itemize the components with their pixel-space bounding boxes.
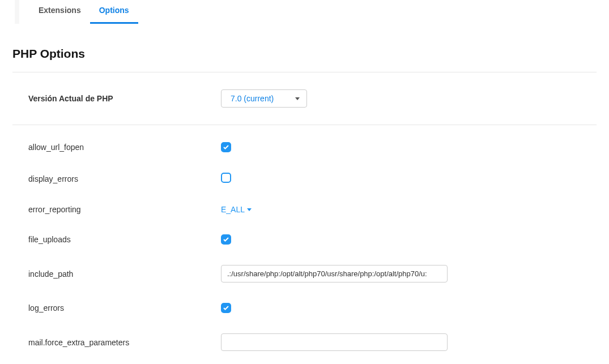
divider — [12, 125, 597, 125]
dropdown-error-reporting-value: E_ALL — [221, 205, 245, 214]
chevron-down-icon — [295, 97, 300, 100]
tab-extensions[interactable]: Extensions — [29, 0, 90, 24]
tab-options[interactable]: Options — [90, 0, 138, 24]
label-display-errors: display_errors — [28, 174, 221, 183]
label-allow-url-fopen: allow_url_fopen — [28, 143, 221, 152]
label-log-errors: log_errors — [28, 303, 221, 312]
label-include-path: include_path — [28, 269, 221, 279]
checkbox-display-errors[interactable] — [221, 173, 231, 183]
label-mail-force-extra-parameters: mail.force_extra_parameters — [28, 338, 221, 347]
input-mail-force-extra-parameters[interactable] — [221, 333, 448, 351]
check-icon — [223, 144, 229, 151]
divider — [12, 72, 597, 72]
dropdown-error-reporting[interactable]: E_ALL — [221, 205, 252, 214]
select-php-version-value: 7.0 (current) — [231, 94, 274, 103]
select-php-version[interactable]: 7.0 (current) — [221, 89, 307, 108]
input-include-path[interactable] — [221, 265, 448, 282]
checkbox-allow-url-fopen[interactable] — [221, 142, 231, 152]
label-file-uploads: file_uploads — [28, 235, 221, 244]
label-php-version: Versión Actual de PHP — [28, 94, 221, 103]
page-title: PHP Options — [12, 47, 597, 61]
chevron-down-icon — [247, 208, 252, 211]
tab-left-indicator — [15, 0, 19, 24]
checkbox-file-uploads[interactable] — [221, 234, 231, 245]
checkbox-log-errors[interactable] — [221, 303, 231, 313]
check-icon — [223, 236, 229, 243]
label-error-reporting: error_reporting — [28, 205, 221, 214]
check-icon — [223, 305, 229, 311]
